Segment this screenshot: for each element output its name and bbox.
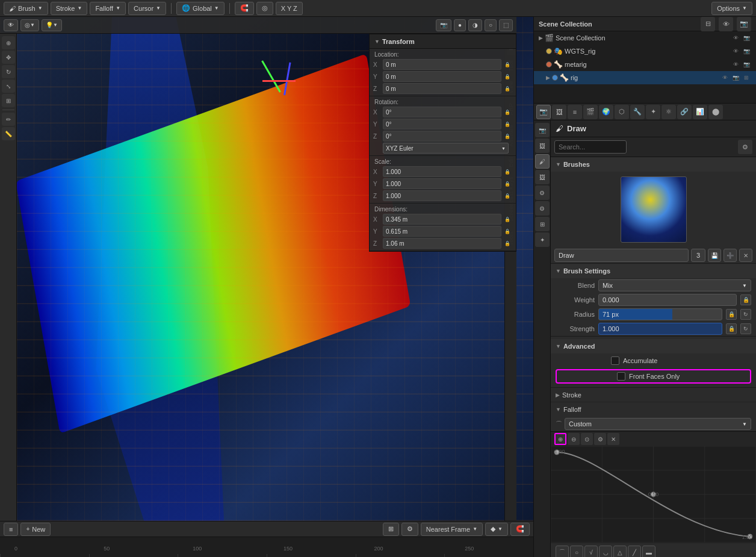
rotate-tool[interactable]: ↻: [2, 65, 15, 78]
radius-randomize-icon[interactable]: ↻: [740, 309, 751, 320]
outliner-item-metarig[interactable]: 🦴 metarig 👁 📷: [534, 58, 756, 71]
vtab-image[interactable]: 🖼: [535, 170, 550, 184]
wgts-eye-btn[interactable]: 👁: [731, 46, 740, 56]
scale-z-field[interactable]: 1.000: [383, 190, 501, 201]
rig-filter-btn[interactable]: ⊞: [742, 73, 751, 82]
brush-add-btn[interactable]: ➕: [723, 249, 737, 262]
loc-x-field[interactable]: 0 m: [383, 59, 501, 70]
vtab-extra[interactable]: ⊞: [535, 217, 550, 231]
viewport[interactable]: 👁 ◎ ▼ 💡 ▼ 📷 ● ◑ ○ ⬚: [0, 17, 533, 521]
dim-x-icon[interactable]: 🔒: [503, 214, 512, 224]
dim-y-field[interactable]: 0.615 m: [383, 226, 501, 237]
rig-camera-btn[interactable]: 📷: [731, 73, 740, 82]
search-input[interactable]: [554, 140, 627, 154]
rot-y-icon[interactable]: 🔒: [503, 119, 512, 129]
props-settings-btn[interactable]: ⚙: [738, 140, 752, 154]
rot-z-icon[interactable]: 🔒: [503, 131, 512, 141]
blend-dropdown[interactable]: Mix ▼: [598, 279, 751, 291]
add-marker-btn[interactable]: + New: [20, 523, 51, 536]
dim-x-field[interactable]: 0.345 m: [383, 214, 501, 225]
prop-icon-data[interactable]: 📊: [693, 105, 707, 119]
metarig-camera-btn[interactable]: 📷: [742, 60, 751, 69]
loc-z-field[interactable]: 0 m: [383, 83, 501, 94]
advanced-header[interactable]: ▼ Advanced: [551, 339, 756, 353]
dim-z-field[interactable]: 1.06 m: [383, 238, 501, 249]
rot-y-field[interactable]: 0°: [383, 119, 501, 129]
front-faces-checkbox[interactable]: [617, 372, 625, 381]
brush-num-field[interactable]: 3: [691, 249, 705, 262]
prop-icon-world[interactable]: 🌍: [599, 105, 613, 119]
falloff-menu[interactable]: Falloff ▼: [90, 2, 126, 15]
outliner-item-rig[interactable]: ▶ 🦴 rig 👁 📷 ⊞: [534, 71, 756, 84]
move-tool[interactable]: ✥: [2, 51, 15, 64]
rig-eye-btn[interactable]: 👁: [720, 73, 730, 82]
strength-field[interactable]: 1.000: [598, 323, 722, 335]
outliner-item-wgts[interactable]: 🎭 WGTS_rig 👁 📷: [534, 45, 756, 58]
outliner-camera-btn[interactable]: 📷: [737, 17, 751, 31]
viewport-view-menu[interactable]: 👁: [4, 19, 18, 31]
falloff-shape-constant[interactable]: ▬: [642, 546, 655, 557]
prop-icon-physics[interactable]: ⚛: [662, 105, 676, 119]
viewport-shading-menu[interactable]: 💡 ▼: [42, 19, 62, 31]
scene-eye-btn[interactable]: 👁: [731, 33, 740, 43]
timeline-filter-btn[interactable]: ⊞: [383, 523, 399, 536]
outliner-filter-btn[interactable]: ⊟: [701, 17, 715, 31]
scale-x-icon[interactable]: 🔒: [503, 167, 512, 176]
prop-icon-view-layer[interactable]: ≡: [568, 105, 582, 119]
nearest-frame-dropdown[interactable]: Nearest Frame ▼: [421, 523, 483, 536]
dim-y-icon[interactable]: 🔒: [503, 226, 512, 236]
curve-canvas[interactable]: 1.00 1.00 0.50: [551, 446, 756, 543]
timeline-playback-options[interactable]: ⚙: [401, 523, 418, 536]
loc-x-icon[interactable]: 🔒: [503, 60, 512, 69]
wgts-camera-btn[interactable]: 📷: [742, 46, 751, 56]
options-menu[interactable]: Options ▼: [711, 2, 752, 15]
radius-field[interactable]: 71 px: [598, 308, 722, 320]
scale-y-field[interactable]: 1.000: [383, 178, 501, 189]
scale-tool[interactable]: ⤡: [2, 79, 15, 93]
falloff-shape-sharp[interactable]: △: [613, 546, 627, 557]
custom-dropdown[interactable]: Custom ▼: [565, 418, 751, 430]
global-menu[interactable]: 🌐 Global ▼: [176, 2, 225, 15]
brush-settings-header[interactable]: ▼ Brush Settings: [551, 264, 756, 278]
metarig-eye-btn[interactable]: 👁: [731, 60, 740, 69]
viewport-shading-solid[interactable]: ●: [454, 19, 466, 31]
rot-z-field[interactable]: 0°: [383, 131, 501, 142]
stroke-menu[interactable]: Stroke ▼: [51, 2, 88, 15]
weight-lock-icon[interactable]: 🔒: [740, 294, 751, 305]
vtab-active[interactable]: 🖌: [535, 154, 550, 169]
cursor-menu[interactable]: Cursor ▼: [128, 2, 166, 15]
rot-x-icon[interactable]: 🔒: [503, 107, 512, 117]
prop-icon-material[interactable]: ⬤: [708, 105, 723, 119]
brush-name-field[interactable]: Draw: [554, 249, 689, 262]
prop-icon-render[interactable]: 📷: [536, 105, 551, 119]
curve-settings-btn[interactable]: ⚙: [594, 433, 606, 445]
scale-z-icon[interactable]: 🔒: [503, 191, 512, 201]
falloff-shape-root[interactable]: √: [584, 546, 598, 557]
outliner-item-scene[interactable]: ▶ 🎬 Scene Collection 👁 📷: [534, 31, 756, 45]
annotate-tool[interactable]: ✏: [2, 113, 15, 126]
curve-close-btn[interactable]: ✕: [607, 433, 619, 445]
viewport-shading-rendered[interactable]: ○: [485, 19, 497, 31]
prop-icon-constraints[interactable]: 🔗: [677, 105, 692, 119]
transform-tool[interactable]: ⊞: [2, 94, 15, 107]
prop-icon-particles[interactable]: ✦: [646, 105, 660, 119]
timeline-menu-btn[interactable]: ≡: [4, 523, 18, 536]
falloff-shape-smooth[interactable]: ⌒: [556, 546, 569, 557]
curve-reset-btn[interactable]: ⊙: [581, 433, 593, 445]
falloff-shape-sphere[interactable]: ○: [570, 546, 583, 557]
prop-icon-output[interactable]: 🖼: [552, 105, 566, 119]
proportional-btn[interactable]: ◎: [256, 2, 273, 15]
viewport-shading-material[interactable]: ◑: [468, 19, 482, 31]
brush-delete-btn[interactable]: ✕: [739, 249, 752, 262]
curve-zoom-in-btn[interactable]: ⊕: [554, 433, 566, 445]
prop-icon-object[interactable]: ⬡: [615, 105, 629, 119]
brush-menu[interactable]: 🖌 Brush ▼: [4, 2, 48, 15]
scale-y-icon[interactable]: 🔒: [503, 179, 512, 188]
transform-panel-header[interactable]: ▼ Transform: [370, 34, 516, 49]
loc-y-field[interactable]: 0 m: [383, 71, 501, 82]
timeline-keyframe-options[interactable]: ◆ ▼: [485, 523, 508, 536]
scale-x-field[interactable]: 1.000: [383, 166, 501, 177]
loc-z-icon[interactable]: 🔒: [503, 84, 512, 93]
radius-lock-icon[interactable]: 🔒: [726, 309, 737, 320]
viewport-render-btn[interactable]: 📷: [436, 19, 451, 31]
